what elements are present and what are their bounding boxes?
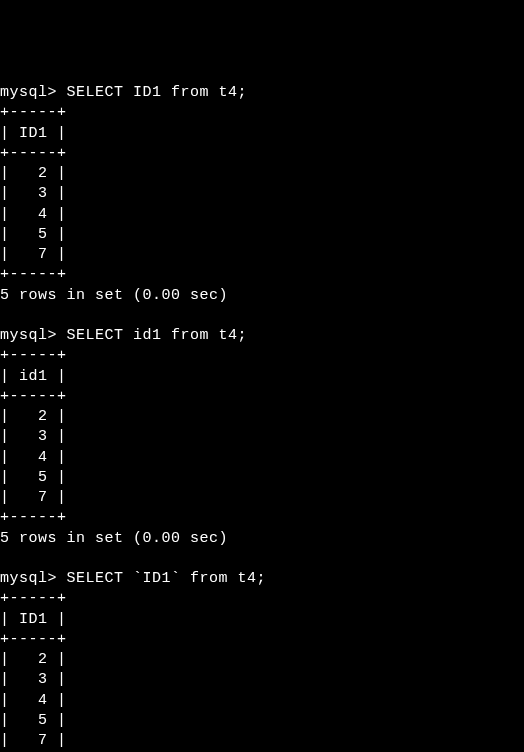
table-row: | 5 | [0,711,524,731]
table-row: | 7 | [0,245,524,265]
table-border: +-----+ [0,630,524,650]
table-border: +-----+ [0,346,524,366]
table-row: | 3 | [0,670,524,690]
terminal-output: mysql> SELECT ID1 from t4;+-----+| ID1 |… [0,83,524,752]
query-line-0: mysql> SELECT ID1 from t4; [0,83,524,103]
status-line: 5 rows in set (0.00 sec) [0,286,524,306]
table-border: +-----+ [0,589,524,609]
table-row: | 7 | [0,731,524,751]
sql-statement: SELECT ID1 from t4; [67,84,248,101]
table-border: +-----+ [0,265,524,285]
mysql-prompt: mysql> [0,84,67,101]
blank-line [0,306,524,326]
table-row: | 4 | [0,691,524,711]
table-row: | 2 | [0,650,524,670]
table-row: | 5 | [0,468,524,488]
table-border: +-----+ [0,144,524,164]
table-row: | 7 | [0,488,524,508]
query-line-1: mysql> SELECT id1 from t4; [0,326,524,346]
table-border: +-----+ [0,508,524,528]
table-row: | 4 | [0,205,524,225]
query-line-2: mysql> SELECT `ID1` from t4; [0,569,524,589]
table-row: | 3 | [0,427,524,447]
blank-line [0,549,524,569]
table-row: | 2 | [0,407,524,427]
table-row: | 5 | [0,225,524,245]
mysql-prompt: mysql> [0,327,67,344]
table-header: | ID1 | [0,124,524,144]
table-row: | 2 | [0,164,524,184]
table-row: | 3 | [0,184,524,204]
sql-statement: SELECT id1 from t4; [67,327,248,344]
table-row: | 4 | [0,448,524,468]
sql-statement: SELECT `ID1` from t4; [67,570,267,587]
table-border: +-----+ [0,387,524,407]
status-line: 5 rows in set (0.00 sec) [0,529,524,549]
table-header: | id1 | [0,367,524,387]
table-border: +-----+ [0,103,524,123]
mysql-prompt: mysql> [0,570,67,587]
table-header: | ID1 | [0,610,524,630]
